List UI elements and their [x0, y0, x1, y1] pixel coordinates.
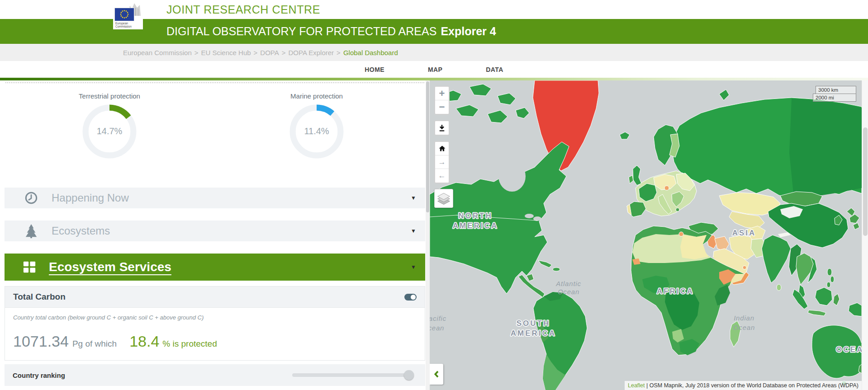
total-carbon-card: Total Carbon Country total carbon (below… — [5, 286, 425, 361]
label-atlantic-ocean: Atlantic — [555, 280, 581, 287]
breadcrumb-link[interactable]: European Commission — [123, 49, 192, 56]
breadcrumb-separator: > — [194, 49, 199, 56]
accordion-label: Ecosystems — [52, 225, 110, 237]
carbon-unit: Pg of which — [72, 339, 117, 349]
collapse-panel-button[interactable] — [430, 364, 443, 385]
accordion-ecosystem-services[interactable]: Ecosystem Services ▼ — [5, 254, 425, 281]
history-control: → ← — [434, 141, 450, 183]
download-control — [434, 120, 450, 136]
total-carbon-body: Country total carbon (below ground C + o… — [5, 308, 425, 360]
breadcrumb-link[interactable]: DOPA Explorer — [289, 49, 334, 56]
world-map[interactable]: NORTH AMERICA SOUTH AMERICA AFRICA ASIA … — [430, 80, 862, 390]
country-ranking-row: Country ranking — [5, 364, 425, 386]
banner-title: DIGITAL OBSERVATORY FOR PROTECTED AREAS — [166, 25, 436, 38]
site-title: JOINT RESEARCH CENTRE — [166, 3, 320, 16]
map-controls: + − — [434, 86, 450, 208]
gauge-label: Marine protection — [290, 92, 343, 100]
label-indian-ocean: Indian — [734, 314, 754, 322]
label-africa: AFRICA — [657, 287, 694, 296]
scale-km: 3000 km — [816, 86, 856, 94]
carbon-protected-label: % is protected — [162, 339, 217, 349]
map-scale-control: 3000 km 2000 mi — [813, 86, 856, 102]
zoom-in-button[interactable]: + — [435, 87, 449, 100]
svg-text:AMERICA: AMERICA — [453, 221, 498, 230]
tab-map[interactable]: MAP — [428, 66, 442, 73]
label-oceania: OCEANIA — [836, 345, 862, 354]
marine-protection-gauge: Marine protection 11.4% — [219, 92, 414, 159]
accordion-happening-now[interactable]: Happening Now ▼ — [5, 188, 425, 208]
dashboard-panel: Terrestrial protection 14.7% Marine prot… — [0, 80, 430, 390]
breadcrumb: European Commission > EU Science Hub > D… — [0, 44, 868, 61]
carbon-protected-value: 18.4 — [129, 333, 159, 350]
download-map-button[interactable] — [435, 121, 449, 135]
terrestrial-donut-chart: 14.7% — [82, 104, 137, 159]
svg-text:AMERICA: AMERICA — [511, 329, 556, 338]
dopa-explorer-page: European Commission JOINT RESEARCH CENTR… — [0, 0, 868, 390]
terrestrial-protection-gauge: Terrestrial protection 14.7% — [12, 92, 207, 159]
layers-icon — [436, 191, 451, 206]
accordion-ecosystems[interactable]: Ecosystems ▼ — [5, 221, 425, 241]
history-back-button[interactable]: ← — [435, 169, 449, 183]
map-attribution: Leaflet | OSM Mapnik, July 2018 version … — [625, 381, 862, 390]
breadcrumb-current: Global Dashboard — [343, 49, 398, 56]
dotted-divider — [5, 82, 424, 83]
label-pacific-ocean: Pacific — [430, 315, 446, 322]
label-north-america: NORTH — [458, 211, 492, 220]
banner-version: Explorer 4 — [441, 25, 496, 38]
panel-scrollbar[interactable] — [426, 80, 430, 390]
carbon-description: Country total carbon (below ground C + o… — [13, 314, 417, 321]
layers-control-button[interactable] — [434, 189, 453, 208]
label-asia: ASIA — [732, 229, 756, 237]
page-scrollbar-thumb[interactable] — [863, 127, 868, 236]
country-ranking-label: Country ranking — [13, 371, 65, 379]
chevron-left-icon — [433, 370, 440, 379]
european-commission-logo[interactable]: European Commission — [113, 2, 143, 29]
layer-toggle-switch[interactable] — [404, 294, 417, 301]
accordion-label: Happening Now — [52, 192, 129, 204]
choropleth-map[interactable]: NORTH AMERICA SOUTH AMERICA AFRICA ASIA … — [430, 80, 862, 390]
home-icon — [438, 145, 446, 152]
clock-icon — [24, 191, 38, 205]
page-scrollbar[interactable] — [862, 80, 868, 390]
eu-flag-icon — [115, 8, 134, 21]
gauge-label: Terrestrial protection — [79, 92, 140, 100]
ranking-slider[interactable] — [292, 373, 409, 377]
breadcrumb-link[interactable]: EU Science Hub — [201, 49, 251, 56]
section-title: Total Carbon — [13, 292, 66, 302]
tab-data[interactable]: DATA — [486, 66, 503, 73]
breadcrumb-separator: > — [254, 49, 258, 56]
history-forward-button[interactable]: → — [435, 155, 449, 169]
top-header: European Commission JOINT RESEARCH CENTR… — [0, 0, 868, 19]
caret-down-icon: ▼ — [411, 195, 416, 201]
ranking-slider-thumb[interactable] — [404, 370, 414, 380]
logo-caption: European Commission — [115, 22, 132, 28]
caret-down-icon: ▼ — [411, 228, 416, 234]
gauge-value: 14.7% — [82, 126, 137, 136]
zoom-out-button[interactable]: − — [435, 100, 449, 114]
svg-text:Ocean: Ocean — [430, 324, 444, 332]
caret-down-icon: ▼ — [411, 264, 416, 270]
attribution-text: | OSM Mapnik, July 2018 version of the W… — [646, 382, 859, 389]
download-icon — [438, 124, 446, 132]
svg-text:Ocean: Ocean — [558, 288, 579, 296]
label-south-america: SOUTH — [517, 319, 550, 328]
breadcrumb-separator: > — [337, 49, 341, 56]
tree-icon — [24, 224, 38, 238]
leaflet-link[interactable]: Leaflet — [628, 382, 645, 389]
svg-text:Ocean: Ocean — [733, 324, 755, 331]
breadcrumb-link[interactable]: DOPA — [260, 49, 279, 56]
gauge-value: 11.4% — [289, 126, 344, 136]
accordion-list: Happening Now ▼ Ecosystems ▼ — [5, 188, 425, 281]
main-nav: HOME MAP DATA — [0, 61, 868, 78]
carbon-total-value: 1071.34 — [13, 333, 69, 350]
breadcrumb-separator: > — [282, 49, 286, 56]
tab-home[interactable]: HOME — [365, 66, 384, 73]
protection-gauges: Terrestrial protection 14.7% Marine prot… — [0, 92, 430, 159]
marine-donut-chart: 11.4% — [289, 104, 344, 159]
scale-mi: 2000 mi — [813, 94, 856, 102]
carbon-values: 1071.34 Pg of which 18.4 % is protected — [13, 333, 417, 350]
zoom-control: + − — [434, 86, 450, 115]
panel-scrollbar-thumb[interactable] — [426, 81, 429, 212]
home-view-button[interactable] — [435, 142, 449, 155]
grid-icon — [23, 260, 36, 274]
